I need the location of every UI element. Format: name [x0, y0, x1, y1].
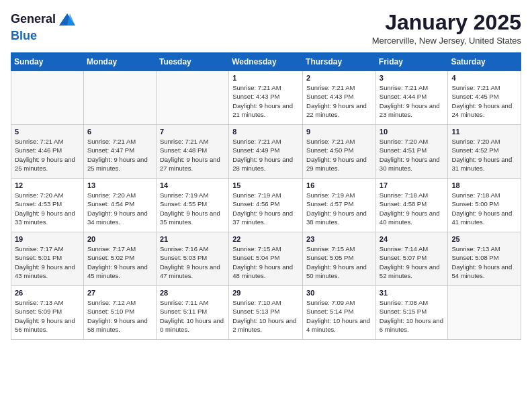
day-info: Sunrise: 7:11 AM Sunset: 5:11 PM Dayligh… — [160, 298, 225, 334]
calendar-day-cell: 30Sunrise: 7:09 AM Sunset: 5:14 PM Dayli… — [303, 286, 376, 340]
calendar-header-row: SundayMondayTuesdayWednesdayThursdayFrid… — [11, 53, 521, 71]
title-block: January 2025 Mercerville, New Jersey, Un… — [372, 11, 521, 46]
day-number: 7 — [160, 128, 225, 136]
weekday-header: Thursday — [303, 53, 376, 71]
calendar-day-cell: 7Sunrise: 7:21 AM Sunset: 4:48 PM Daylig… — [156, 125, 228, 179]
calendar-day-cell: 16Sunrise: 7:19 AM Sunset: 4:57 PM Dayli… — [303, 179, 376, 232]
day-number: 28 — [160, 289, 225, 297]
day-number: 15 — [232, 181, 299, 189]
day-number: 26 — [15, 289, 80, 297]
calendar-day-cell: 26Sunrise: 7:13 AM Sunset: 5:09 PM Dayli… — [11, 286, 84, 340]
calendar-day-cell: 5Sunrise: 7:21 AM Sunset: 4:46 PM Daylig… — [11, 125, 84, 179]
day-info: Sunrise: 7:21 AM Sunset: 4:43 PM Dayligh… — [232, 83, 299, 119]
day-number: 14 — [160, 181, 225, 189]
day-info: Sunrise: 7:21 AM Sunset: 4:44 PM Dayligh… — [380, 83, 445, 119]
day-info: Sunrise: 7:18 AM Sunset: 4:58 PM Dayligh… — [380, 191, 445, 226]
day-number: 17 — [380, 181, 445, 189]
day-info: Sunrise: 7:21 AM Sunset: 4:48 PM Dayligh… — [160, 137, 225, 173]
calendar-day-cell: 21Sunrise: 7:16 AM Sunset: 5:03 PM Dayli… — [156, 232, 228, 286]
day-info: Sunrise: 7:15 AM Sunset: 5:05 PM Dayligh… — [306, 244, 372, 280]
day-info: Sunrise: 7:21 AM Sunset: 4:45 PM Dayligh… — [451, 83, 517, 119]
day-number: 25 — [451, 235, 517, 243]
day-info: Sunrise: 7:19 AM Sunset: 4:56 PM Dayligh… — [232, 191, 299, 226]
logo: General Blue — [11, 11, 77, 43]
calendar-day-cell: 20Sunrise: 7:17 AM Sunset: 5:02 PM Dayli… — [83, 232, 156, 286]
day-info: Sunrise: 7:19 AM Sunset: 4:57 PM Dayligh… — [306, 191, 372, 226]
calendar-day-cell: 25Sunrise: 7:13 AM Sunset: 5:08 PM Dayli… — [448, 232, 521, 286]
logo-general: General — [11, 11, 77, 30]
calendar-day-cell: 9Sunrise: 7:21 AM Sunset: 4:50 PM Daylig… — [303, 125, 376, 179]
day-number: 4 — [451, 74, 517, 82]
day-info: Sunrise: 7:10 AM Sunset: 5:13 PM Dayligh… — [232, 298, 299, 334]
weekday-header: Sunday — [11, 53, 84, 71]
day-info: Sunrise: 7:21 AM Sunset: 4:49 PM Dayligh… — [232, 137, 299, 173]
day-info: Sunrise: 7:17 AM Sunset: 5:01 PM Dayligh… — [15, 244, 80, 280]
calendar-week-row: 19Sunrise: 7:17 AM Sunset: 5:01 PM Dayli… — [11, 232, 521, 286]
month-title: January 2025 — [372, 11, 521, 34]
day-number: 5 — [15, 128, 80, 136]
day-info: Sunrise: 7:20 AM Sunset: 4:51 PM Dayligh… — [380, 137, 445, 173]
calendar-day-cell: 2Sunrise: 7:21 AM Sunset: 4:43 PM Daylig… — [303, 71, 376, 125]
day-number: 11 — [451, 128, 517, 136]
day-info: Sunrise: 7:12 AM Sunset: 5:10 PM Dayligh… — [87, 298, 152, 334]
calendar-day-cell: 18Sunrise: 7:18 AM Sunset: 5:00 PM Dayli… — [448, 179, 521, 232]
calendar-day-cell: 11Sunrise: 7:20 AM Sunset: 4:52 PM Dayli… — [448, 125, 521, 179]
logo-icon — [58, 11, 77, 30]
calendar-week-row: 12Sunrise: 7:20 AM Sunset: 4:53 PM Dayli… — [11, 179, 521, 232]
calendar-day-cell — [83, 71, 156, 125]
calendar-day-cell: 8Sunrise: 7:21 AM Sunset: 4:49 PM Daylig… — [229, 125, 303, 179]
day-number: 1 — [232, 74, 299, 82]
calendar-day-cell: 29Sunrise: 7:10 AM Sunset: 5:13 PM Dayli… — [229, 286, 303, 340]
day-info: Sunrise: 7:19 AM Sunset: 4:55 PM Dayligh… — [160, 191, 225, 226]
day-number: 21 — [160, 235, 225, 243]
calendar-day-cell: 3Sunrise: 7:21 AM Sunset: 4:44 PM Daylig… — [375, 71, 448, 125]
day-number: 29 — [232, 289, 299, 297]
day-info: Sunrise: 7:17 AM Sunset: 5:02 PM Dayligh… — [87, 244, 152, 280]
calendar-day-cell: 17Sunrise: 7:18 AM Sunset: 4:58 PM Dayli… — [375, 179, 448, 232]
day-info: Sunrise: 7:09 AM Sunset: 5:14 PM Dayligh… — [306, 298, 372, 334]
day-info: Sunrise: 7:21 AM Sunset: 4:46 PM Dayligh… — [15, 137, 80, 173]
day-info: Sunrise: 7:21 AM Sunset: 4:43 PM Dayligh… — [306, 83, 372, 119]
weekday-header: Wednesday — [229, 53, 303, 71]
day-info: Sunrise: 7:13 AM Sunset: 5:09 PM Dayligh… — [15, 298, 80, 334]
calendar-day-cell: 14Sunrise: 7:19 AM Sunset: 4:55 PM Dayli… — [156, 179, 228, 232]
calendar-day-cell — [448, 286, 521, 340]
day-number: 18 — [451, 181, 517, 189]
day-info: Sunrise: 7:16 AM Sunset: 5:03 PM Dayligh… — [160, 244, 225, 280]
calendar-day-cell — [156, 71, 228, 125]
calendar-day-cell: 12Sunrise: 7:20 AM Sunset: 4:53 PM Dayli… — [11, 179, 84, 232]
day-number: 6 — [87, 128, 152, 136]
day-number: 24 — [380, 235, 445, 243]
calendar-table: SundayMondayTuesdayWednesdayThursdayFrid… — [11, 52, 521, 340]
day-info: Sunrise: 7:20 AM Sunset: 4:54 PM Dayligh… — [87, 191, 152, 226]
day-number: 22 — [232, 235, 299, 243]
day-number: 27 — [87, 289, 152, 297]
day-info: Sunrise: 7:18 AM Sunset: 5:00 PM Dayligh… — [451, 191, 517, 226]
day-number: 30 — [306, 289, 372, 297]
calendar-day-cell: 4Sunrise: 7:21 AM Sunset: 4:45 PM Daylig… — [448, 71, 521, 125]
weekday-header: Friday — [375, 53, 448, 71]
calendar-day-cell: 31Sunrise: 7:08 AM Sunset: 5:15 PM Dayli… — [375, 286, 448, 340]
day-info: Sunrise: 7:08 AM Sunset: 5:15 PM Dayligh… — [380, 298, 445, 334]
day-info: Sunrise: 7:20 AM Sunset: 4:52 PM Dayligh… — [451, 137, 517, 173]
page-header: General Blue January 2025 Mercerville, N… — [11, 11, 521, 46]
calendar-week-row: 1Sunrise: 7:21 AM Sunset: 4:43 PM Daylig… — [11, 71, 521, 125]
calendar-day-cell: 24Sunrise: 7:14 AM Sunset: 5:07 PM Dayli… — [375, 232, 448, 286]
day-info: Sunrise: 7:13 AM Sunset: 5:08 PM Dayligh… — [451, 244, 517, 280]
day-number: 9 — [306, 128, 372, 136]
weekday-header: Saturday — [448, 53, 521, 71]
calendar-day-cell: 27Sunrise: 7:12 AM Sunset: 5:10 PM Dayli… — [83, 286, 156, 340]
calendar-day-cell: 15Sunrise: 7:19 AM Sunset: 4:56 PM Dayli… — [229, 179, 303, 232]
location-text: Mercerville, New Jersey, United States — [372, 36, 521, 46]
day-number: 19 — [15, 235, 80, 243]
day-info: Sunrise: 7:20 AM Sunset: 4:53 PM Dayligh… — [15, 191, 80, 226]
day-number: 10 — [380, 128, 445, 136]
day-number: 12 — [15, 181, 80, 189]
day-number: 3 — [380, 74, 445, 82]
calendar-day-cell: 6Sunrise: 7:21 AM Sunset: 4:47 PM Daylig… — [83, 125, 156, 179]
day-number: 8 — [232, 128, 299, 136]
day-number: 2 — [306, 74, 372, 82]
day-number: 23 — [306, 235, 372, 243]
day-number: 13 — [87, 181, 152, 189]
day-info: Sunrise: 7:15 AM Sunset: 5:04 PM Dayligh… — [232, 244, 299, 280]
